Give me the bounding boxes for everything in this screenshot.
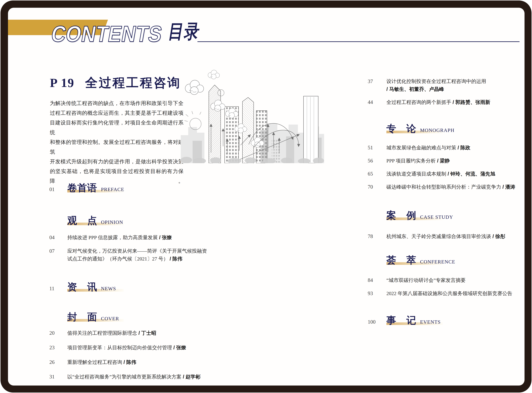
entry-body: 杭州城东、天子岭分类减量综合体项目审价浅谈 / 徐彤 xyxy=(386,232,523,240)
entry-title: 重新理解全过程工程咨询 xyxy=(67,359,122,365)
section-title: 观 点 xyxy=(67,215,97,226)
entry-author: / 陈伟 xyxy=(122,359,136,365)
cover-entries: 20 值得关注的工程管理国际新理念 / 丁士昭 23 项目管理新变革：从目标控制… xyxy=(49,329,223,381)
entry-author: / 潘涛 xyxy=(501,184,515,190)
entry-title: 值得关注的工程管理国际新理念 xyxy=(67,330,137,336)
entry-body: 应对气候变化，万亿投资从何来——简评《关于开展气候投融资 试点工作的通知》（环办… xyxy=(67,247,223,263)
section-monograph: 专 论MONOGRAPH xyxy=(368,123,454,134)
monograph-entries: 51 城市发展绿色金融的难点与对策 / 陈政 56 PPP 项目履约实务分析 /… xyxy=(368,144,523,191)
section-subtitle: EVENTS xyxy=(420,319,441,325)
entry-author: / 张燎 xyxy=(172,345,186,350)
feature-paragraph-line: 目建设目标而实行集约化管理，对项目全生命周期进行系统 xyxy=(50,118,184,137)
toc-entry: 07 应对气候变化，万亿投资从何来——简评《关于开展气候投融资 试点工作的通知》… xyxy=(49,247,223,263)
section-title: 封 面 xyxy=(67,312,97,322)
section-opinion: 观 点OPINION xyxy=(49,215,123,226)
section-subtitle: NEWS xyxy=(101,286,116,291)
entry-page-number: 51 xyxy=(368,144,386,152)
entry-body: 浅谈轨道交通项目成本规制 / 钟玲、何流、蒲先旭 xyxy=(386,170,523,178)
entry-page-number: 04 xyxy=(49,234,67,241)
feature-paragraph-line: 过程工程咨询的概念应运而生，其主要是基于工程建设项 xyxy=(50,108,184,118)
entry-title: PPP 项目履约实务分析 xyxy=(386,158,436,164)
entry-page-number: 65 xyxy=(368,170,386,178)
sun-sketch xyxy=(184,111,201,130)
section-title: 荟 萃 xyxy=(386,255,416,265)
opinion-entries: 04 持续改进 PPP 信息披露，助力高质量发展 / 张燎 07 应对气候变化，… xyxy=(49,234,223,263)
right-top-entries: 37 设计优化控制投资在全过程工程咨询中的运用 / 马敏生、初董乔、卢晶峰 44… xyxy=(368,78,523,106)
entry-page-number: 31 xyxy=(49,373,67,381)
section-case-study: 案 例CASE STUDY xyxy=(368,210,453,221)
entry-title: 应对气候变化，万亿投资从何来——简评《关于开展气候投融资 试点工作的通知》（环办… xyxy=(67,248,207,262)
section-conference: 荟 萃CONFERENCE xyxy=(368,255,455,266)
section-subtitle: MONOGRAPH xyxy=(420,128,454,133)
entry-author: / 徐彤 xyxy=(491,234,505,239)
entry-body: 碳达峰碳中和社会转型影响系列分析：产业碳竞争力 / 潘涛 xyxy=(386,183,523,191)
entry-body: 2022 年第八届基础设施和公共服务领域研究创新竞赛公告 xyxy=(386,290,523,297)
toc-entry: 84 “城市双碳行动研讨会”专家发言摘要 xyxy=(368,276,523,284)
toc-entry: 37 设计优化控制投资在全过程工程咨询中的运用 / 马敏生、初董乔、卢晶峰 xyxy=(368,78,523,93)
entry-author: / 丁士昭 xyxy=(137,330,156,336)
toc-entry: 93 2022 年第八届基础设施和公共服务领域研究创新竞赛公告 xyxy=(368,290,523,297)
entry-body: 持续改进 PPP 信息披露，助力高质量发展 / 张燎 xyxy=(67,234,223,241)
toc-entry: 26 重新理解全过程工程咨询 / 陈伟 xyxy=(49,358,223,366)
contents-title-en: CONTENTS xyxy=(50,23,164,45)
toc-entry: 65 浅谈轨道交通项目成本规制 / 钟玲、何流、蒲先旭 xyxy=(368,170,523,178)
entry-page-number: 78 xyxy=(368,232,386,240)
entry-page-number: 84 xyxy=(368,276,386,284)
entry-title: 设计优化控制投资在全过程工程咨询中的运用 xyxy=(386,79,486,84)
section-preface: 01 卷首语PREFACE xyxy=(49,182,124,193)
section-title: 资 讯 xyxy=(67,281,97,292)
entry-page-number: 56 xyxy=(368,157,386,165)
entry-page-number: 07 xyxy=(49,247,67,255)
magazine-contents-page: CONTENTS 目录 P 19 全过程工程咨询 为解决传统工程咨询的缺点，在市… xyxy=(0,0,532,393)
entry-page-number: 44 xyxy=(368,98,386,106)
toc-entry: 04 持续改进 PPP 信息披露，助力高质量发展 / 张燎 xyxy=(49,234,223,241)
toc-entry: 44 全过程工程咨询的两个新抓手 / 郭路赟、张雨新 xyxy=(368,98,523,106)
section-page-number: 11 xyxy=(49,285,67,291)
section-news: 11 资 讯NEWS xyxy=(49,281,116,293)
entry-title: 杭州城东、天子岭分类减量综合体项目审价浅谈 xyxy=(386,234,491,239)
contents-title-zh: 目录 xyxy=(167,22,202,41)
entry-body: 以“全过程咨询服务”为引擎的城市更新系统解决方案 / 赵学彬 xyxy=(67,373,223,381)
section-title: 专 论 xyxy=(386,123,416,134)
toc-entry: 56 PPP 项目履约实务分析 / 梁静 xyxy=(368,157,523,165)
city-sketch-illustration xyxy=(181,65,324,163)
entry-author: / 张燎 xyxy=(158,235,172,240)
section-subtitle: COVER xyxy=(101,316,119,321)
feature-page-number: P 19 xyxy=(50,76,75,90)
entry-page-number: 70 xyxy=(368,183,386,191)
entry-author: / 赵学彬 xyxy=(181,374,201,379)
entry-author: / 钟玲、何流、蒲先旭 xyxy=(446,171,495,177)
toc-entry: 70 碳达峰碳中和社会转型影响系列分析：产业碳竞争力 / 潘涛 xyxy=(368,183,523,191)
toc-entry: 51 城市发展绿色金融的难点与对策 / 陈政 xyxy=(368,144,523,152)
entry-author: / 郭路赟、张雨新 xyxy=(451,99,490,105)
section-subtitle: PREFACE xyxy=(101,187,124,192)
entry-page-number: 20 xyxy=(49,329,67,337)
feature-title: 全过程工程咨询 xyxy=(85,74,181,91)
section-subtitle: CASE STUDY xyxy=(420,214,453,220)
conference-entries: 84 “城市双碳行动研讨会”专家发言摘要 93 2022 年第八届基础设施和公共… xyxy=(368,276,523,297)
entry-title: 浅谈轨道交通项目成本规制 xyxy=(386,171,446,177)
feature-paragraph-line: 和整体的管理和控制。发展全过程工程咨询服务，将对建筑 xyxy=(50,137,184,157)
entry-body: 项目管理新变革：从目标控制迈向价值交付管理 / 张燎 xyxy=(67,344,223,352)
entry-title: 2022 年第八届基础设施和公共服务领域研究创新竞赛公告 xyxy=(386,291,512,296)
entry-body: “城市双碳行动研讨会”专家发言摘要 xyxy=(386,276,523,284)
feature-paragraph-line: 为解决传统工程咨询的缺点，在市场作用和政策引导下全 xyxy=(50,98,184,108)
entry-page-number: 37 xyxy=(368,78,386,85)
case-study-entries: 78 杭州城东、天子岭分类减量综合体项目审价浅谈 / 徐彤 xyxy=(368,232,523,240)
entry-body: 城市发展绿色金融的难点与对策 / 陈政 xyxy=(386,144,523,152)
entry-body: 设计优化控制投资在全过程工程咨询中的运用 / 马敏生、初董乔、卢晶峰 xyxy=(386,78,523,93)
feature-heading: P 19 全过程工程咨询 xyxy=(50,74,181,91)
entry-page-number: 26 xyxy=(49,358,67,366)
section-subtitle: OPINION xyxy=(101,219,123,225)
entry-title: 碳达峰碳中和社会转型影响系列分析：产业碳竞争力 xyxy=(386,184,501,190)
feature-paragraph: 为解决传统工程咨询的缺点，在市场作用和政策引导下全 过程工程咨询的概念应运而生，… xyxy=(50,98,184,186)
toc-entry: 23 项目管理新变革：从目标控制迈向价值交付管理 / 张燎 xyxy=(49,344,223,352)
entry-author: / 马敏生、初董乔、卢晶峰 xyxy=(386,86,444,92)
section-cover: 封 面COVER xyxy=(49,311,119,323)
entry-author: / 陈政 xyxy=(456,145,470,150)
entry-author: / 陈伟 xyxy=(168,256,182,261)
entry-author: / 梁静 xyxy=(436,158,450,163)
feature-paragraph-line: 开发模式升级起到有力的促进作用，是做出科学投资决策 xyxy=(50,157,184,167)
entry-page-number: 23 xyxy=(49,344,67,351)
section-title: 事 记 xyxy=(386,315,416,326)
